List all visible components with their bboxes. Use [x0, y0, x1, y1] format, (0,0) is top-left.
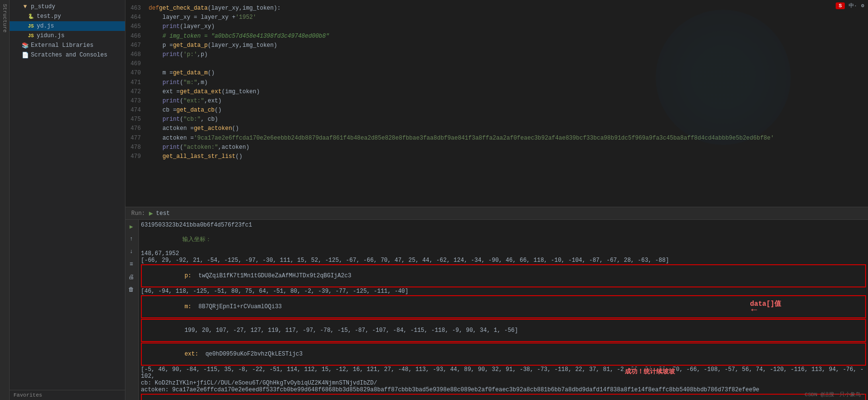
output-coord-label: 输入坐标：: [141, 229, 866, 250]
tree-item-label: test.py: [37, 13, 61, 20]
code-editor-wrapper: S 中· ⚙ 463 464 465 466 467 468 469 470: [125, 0, 868, 207]
structure-label: Structure: [0, 0, 10, 36]
scroll-down-button[interactable]: ↓: [126, 247, 136, 257]
code-line-13: print("cb:", cb): [145, 115, 868, 124]
output-array3: 199, 20, 107, -27, 127, 119, 117, -97, -…: [141, 319, 866, 342]
output-cb-line: cb: KoD2hzIYKln+jfiCL//DUL/eSoeu6T/GQhHk…: [141, 380, 866, 386]
js-file-icon: JS: [27, 22, 35, 30]
clear-button[interactable]: 🗑: [126, 285, 136, 294]
output-array1: [-66, 29, -92, 21, -54, -125, -97, -30, …: [141, 257, 866, 264]
code-line-14: actoken = get_actoken(): [145, 124, 868, 133]
run-outer: ▶ ↑ ↓ ≡ 🖨 🗑 data[]值 ←: [125, 220, 868, 400]
tree-item-scratches[interactable]: 📄 Scratches and Consoles: [10, 50, 125, 60]
folder-icon: ▼: [21, 3, 29, 11]
tree-item-label: yidun.js: [37, 32, 65, 39]
structure-panel-edge: Structure: [0, 0, 10, 400]
tree-item-external-libs[interactable]: 📚 External Libraries: [10, 41, 125, 50]
top-right-status-bar: S 中· ⚙: [836, 2, 864, 9]
code-line-7: [145, 59, 868, 69]
tree-item-label: p_study: [31, 3, 55, 10]
python-file-icon: 🐍: [27, 13, 35, 20]
code-line-17: get_all_last_str_list(): [145, 152, 868, 161]
output-array4: [-5, 46, 90, -84, -115, 35, -8, -22, -51…: [141, 366, 866, 380]
lang-status: 中·: [849, 2, 857, 9]
code-line-16: print("actoken:",actoken): [145, 143, 868, 152]
s-badge: S: [836, 2, 845, 9]
code-line-3: print(layer_xy): [145, 22, 868, 31]
run-output-area[interactable]: data[]值 ← 成功！统计续坡坡 6319503323b241bba0b6f…: [139, 220, 868, 400]
js-file-icon-2: JS: [27, 32, 35, 40]
run-label: Run:: [131, 210, 145, 217]
output-actoken-line: actoken: 9ca17ae2e6ffcda170e2e6eed8f533f…: [141, 386, 866, 393]
output-hash: 6319503323b241bba0b6f4d576f23fc1: [141, 222, 866, 229]
code-line-12: cb = get_data_cb(): [145, 106, 868, 115]
run-tab-icon: ▶: [149, 209, 153, 217]
output-array2: [46, -94, 118, -125, -51, 80, 75, 64, -5…: [141, 288, 866, 295]
tree-item-p-study[interactable]: ▼ p_study: [10, 2, 125, 12]
favorites-label: Favorites: [14, 392, 42, 398]
scroll-up-button[interactable]: ↑: [126, 234, 136, 244]
run-panel-header: Run: ▶ test: [125, 207, 868, 220]
code-line-15: actoken = '9ca17ae2e6ffcda170e2e6eebbb24…: [145, 134, 868, 143]
code-line-10: ext = get_data_ext(img_token): [145, 87, 868, 97]
code-line-4: # img_token = "a0bbc57d458e41398fd3c4974…: [145, 32, 868, 41]
code-editor[interactable]: 463 464 465 466 467 468 469 470 471 472 …: [125, 0, 868, 165]
tree-item-yidun-js[interactable]: JS yidun.js: [10, 31, 125, 41]
tree-item-label: External Libraries: [31, 42, 94, 49]
success-annotation: 成功！统计续坡坡: [625, 367, 675, 376]
line-numbers: 463 464 465 466 467 468 469 470 471 472 …: [125, 0, 145, 165]
tree-item-label: Scratches and Consoles: [31, 52, 107, 58]
csdn-watermark: CSDN @洁搜一只小象鸟~: [805, 391, 864, 398]
code-line-6: print('p:',p): [145, 50, 868, 59]
run-tab[interactable]: ▶ test: [149, 209, 170, 217]
code-line-5: p = get_data_p(layer_xy,img_token): [145, 41, 868, 50]
output-ext-line: ext: qe0hD0959uKoF2bvhzQkLESTijc3: [141, 343, 866, 366]
code-line-2: layer_xy = layer_xy + '1952': [145, 13, 868, 22]
print-button[interactable]: 🖨: [126, 272, 136, 282]
play-button[interactable]: ▶: [126, 222, 136, 231]
code-line-1: def get_check_data(layer_xy,img_token):: [145, 4, 868, 13]
library-icon: 📚: [21, 42, 29, 49]
scratches-icon: 📄: [21, 51, 29, 59]
tree-item-yd-js[interactable]: JS yd.js: [10, 21, 125, 31]
favorites-area: Favorites: [10, 390, 125, 400]
run-tab-label: test: [156, 210, 170, 217]
run-toolbar: ▶ ↑ ↓ ≡ 🖨 🗑: [125, 220, 139, 400]
settings-status[interactable]: ⚙: [861, 2, 864, 9]
output-dict1: {'d': '', 'm': '8B7QRjEpnI1+rCVuamlOQi33…: [141, 394, 866, 400]
tree-item-label: yd.js: [37, 23, 54, 29]
run-panel: Run: ▶ test ▶ ↑ ↓ ≡ 🖨 🗑: [125, 207, 868, 400]
code-content[interactable]: def get_check_data(layer_xy,img_token): …: [145, 0, 868, 165]
file-tree-panel: ▼ p_study 🐍 test.py JS yd.js JS yidun.js…: [10, 0, 125, 400]
tree-item-test-py[interactable]: 🐍 test.py: [10, 12, 125, 21]
data-annotation-label: data[]值: [750, 300, 781, 308]
output-p-line: p: twQZqiB1fK7t1Mn1tGDU8eZaAfMHJTDx9t2qB…: [141, 264, 866, 287]
main-area: S 中· ⚙ 463 464 465 466 467 468 469 470: [125, 0, 868, 400]
project-tree: ▼ p_study 🐍 test.py JS yd.js JS yidun.js…: [10, 0, 125, 62]
menu-button[interactable]: ≡: [126, 259, 136, 269]
code-line-8: m = get_data_m(): [145, 69, 868, 78]
code-line-9: print("m:",m): [145, 78, 868, 87]
code-line-11: print("ext:",ext): [145, 97, 868, 106]
output-coord-value: 148,67,1952: [141, 250, 866, 257]
